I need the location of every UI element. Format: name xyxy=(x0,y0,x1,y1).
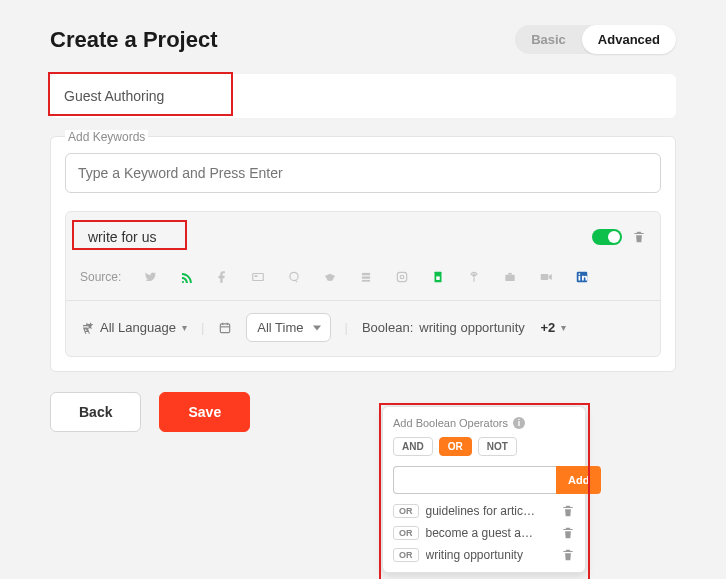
mode-toggle: Basic Advanced xyxy=(515,25,676,54)
chevron-down-icon: ▾ xyxy=(182,322,187,333)
time-filter[interactable]: All Time xyxy=(246,313,330,342)
boolean-popover: Add Boolean Operators i AND OR NOT Add O… xyxy=(382,406,586,573)
source-label: Source: xyxy=(80,270,121,284)
language-value: All Language xyxy=(100,320,176,335)
time-value: All Time xyxy=(257,320,303,335)
svg-rect-0 xyxy=(253,274,264,281)
svg-point-4 xyxy=(326,275,328,277)
save-button[interactable]: Save xyxy=(159,392,250,432)
op-and[interactable]: AND xyxy=(393,437,433,456)
stackexchange-icon[interactable] xyxy=(359,270,373,284)
podcast-icon[interactable] xyxy=(467,270,481,284)
svg-point-5 xyxy=(333,275,335,277)
keyword-card: write for us Source: xyxy=(65,211,661,357)
boolean-extra-count: +2 xyxy=(540,320,555,335)
svg-rect-24 xyxy=(227,322,228,324)
boolean-item-text: writing opportunity xyxy=(426,548,555,562)
news-icon[interactable] xyxy=(251,270,265,284)
mode-advanced[interactable]: Advanced xyxy=(582,25,676,54)
svg-rect-1 xyxy=(255,275,258,277)
svg-rect-6 xyxy=(362,273,370,275)
calendar-icon xyxy=(218,321,232,335)
briefcase-icon[interactable] xyxy=(503,270,517,284)
keyword-term: write for us xyxy=(80,226,164,248)
svg-point-20 xyxy=(579,273,581,275)
quora-icon[interactable] xyxy=(287,270,301,284)
svg-rect-14 xyxy=(474,278,475,282)
boolean-add-input[interactable] xyxy=(393,466,556,494)
boolean-item: OR become a guest a… xyxy=(393,526,575,540)
sheet-icon[interactable] xyxy=(431,270,445,284)
source-icons xyxy=(143,270,646,284)
svg-point-10 xyxy=(401,275,405,279)
delete-keyword-icon[interactable] xyxy=(632,230,646,244)
svg-rect-23 xyxy=(222,322,223,324)
boolean-item-text: guidelines for artic… xyxy=(426,504,555,518)
svg-point-13 xyxy=(473,274,477,278)
rss-icon[interactable] xyxy=(179,270,193,284)
boolean-summary[interactable]: Boolean: writing opportunity +2 ▾ xyxy=(362,320,566,335)
mode-basic[interactable]: Basic xyxy=(515,25,582,54)
boolean-item: OR guidelines for artic… xyxy=(393,504,575,518)
boolean-item-op: OR xyxy=(393,504,419,518)
page-title: Create a Project xyxy=(50,27,218,53)
twitter-icon[interactable] xyxy=(143,270,157,284)
svg-rect-8 xyxy=(362,280,370,282)
svg-rect-21 xyxy=(221,323,230,332)
instagram-icon[interactable] xyxy=(395,270,409,284)
keyword-input[interactable] xyxy=(65,153,661,193)
svg-rect-7 xyxy=(362,276,370,278)
video-icon[interactable] xyxy=(539,270,553,284)
svg-point-2 xyxy=(290,272,298,280)
project-name-value: Guest Authoring xyxy=(64,88,164,104)
keywords-section: Add Keywords write for us Source: xyxy=(50,136,676,372)
boolean-add-button[interactable]: Add xyxy=(556,466,601,494)
info-icon[interactable]: i xyxy=(513,417,525,429)
keywords-section-label: Add Keywords xyxy=(65,130,148,144)
chevron-down-icon: ▾ xyxy=(561,322,566,333)
boolean-label: Boolean: xyxy=(362,320,413,335)
svg-rect-16 xyxy=(509,273,513,275)
svg-rect-12 xyxy=(437,276,441,280)
reddit-icon[interactable] xyxy=(323,270,337,284)
svg-rect-9 xyxy=(398,272,407,281)
svg-rect-17 xyxy=(541,274,549,280)
svg-rect-15 xyxy=(506,275,515,281)
boolean-summary-text: writing opportunity xyxy=(419,320,525,335)
delete-boolean-icon[interactable] xyxy=(561,548,575,562)
svg-rect-19 xyxy=(579,276,581,281)
svg-point-3 xyxy=(327,274,334,281)
boolean-list: OR guidelines for artic… OR become a gue… xyxy=(393,504,575,562)
linkedin-icon[interactable] xyxy=(575,270,589,284)
delete-boolean-icon[interactable] xyxy=(561,504,575,518)
boolean-item-op: OR xyxy=(393,548,419,562)
facebook-icon[interactable] xyxy=(215,270,229,284)
op-or[interactable]: OR xyxy=(439,437,472,456)
op-not[interactable]: NOT xyxy=(478,437,517,456)
project-name-input[interactable]: Guest Authoring xyxy=(50,74,676,118)
keyword-toggle[interactable] xyxy=(592,229,622,245)
boolean-popover-title: Add Boolean Operators xyxy=(393,417,508,429)
boolean-item: OR writing opportunity xyxy=(393,548,575,562)
delete-boolean-icon[interactable] xyxy=(561,526,575,540)
boolean-item-op: OR xyxy=(393,526,419,540)
boolean-item-text: become a guest a… xyxy=(426,526,555,540)
back-button[interactable]: Back xyxy=(50,392,141,432)
language-filter[interactable]: All Language ▾ xyxy=(80,320,187,335)
translate-icon xyxy=(80,321,94,335)
